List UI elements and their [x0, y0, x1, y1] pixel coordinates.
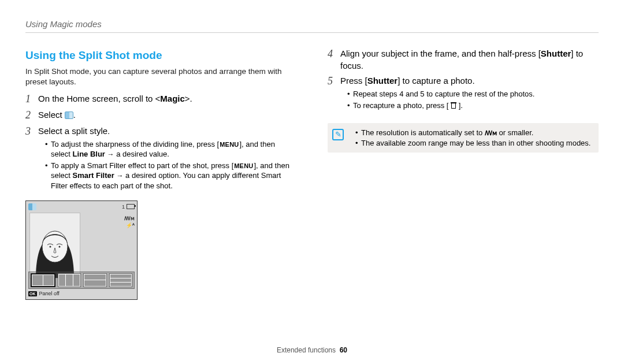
text: To apply a Smart Filter effect to part o…	[51, 161, 289, 190]
step-body: Select .	[38, 109, 296, 121]
split-style-selector	[28, 272, 135, 289]
step-number: 1	[25, 93, 38, 106]
text: On the Home screen, scroll to <	[38, 94, 160, 103]
shot-count: 1	[122, 203, 125, 210]
menu-button-label: MENU	[233, 162, 254, 170]
bullet: To recapture a photo, press [ ].	[347, 101, 599, 111]
camera-bottom-bar: OK Panel off	[28, 290, 60, 297]
svg-point-3	[59, 246, 61, 247]
tip-item: The available zoom range may be less tha…	[355, 138, 590, 148]
right-column: 4 Align your subject in the frame, and t…	[328, 48, 599, 343]
bold: Magic	[160, 94, 185, 103]
split-option-3v[interactable]	[58, 273, 81, 287]
text: To recapture a photo, press [ ].	[353, 101, 463, 110]
text: .	[73, 110, 76, 120]
page-number: 60	[340, 346, 347, 354]
two-column-layout: Using the Split Shot mode In Split Shot …	[25, 48, 599, 343]
breadcrumb: Using Magic modes	[25, 18, 599, 33]
step-body: On the Home screen, scroll to <Magic>.	[38, 93, 296, 105]
mode-badge-icon	[28, 203, 36, 210]
step-number: 5	[328, 75, 340, 88]
text: Press [Shutter] to capture a photo.	[340, 76, 475, 86]
step-1: 1 On the Home screen, scroll to <Magic>.	[25, 93, 296, 106]
tip-item: The resolution is automatically set to ꟿ…	[355, 128, 590, 138]
panel-off-label: Panel off	[39, 290, 60, 297]
step-body: Press [Shutter] to capture a photo. Repe…	[340, 75, 599, 112]
face-preview	[29, 213, 80, 278]
text: Select	[38, 110, 65, 120]
camera-top-bar: 1	[28, 203, 135, 210]
sub-bullets: Repeat steps 4 and 5 to capture the rest…	[340, 89, 599, 110]
note-icon: ✎	[332, 129, 344, 140]
step-4: 4 Align your subject in the frame, and t…	[328, 48, 599, 72]
steps-right: 4 Align your subject in the frame, and t…	[328, 48, 599, 112]
face-illustration	[30, 213, 80, 278]
camera-display: 1 ꟿᴍ ⚡ᴬ	[25, 200, 138, 300]
split-option-3h[interactable]	[109, 273, 133, 287]
arrow-icon: →	[107, 150, 114, 158]
svg-point-2	[50, 246, 51, 247]
text: Align your subject in the frame, and the…	[340, 49, 583, 70]
left-column: Using the Split Shot mode In Split Shot …	[25, 48, 296, 343]
resolution-indicator: ꟿᴍ	[124, 215, 135, 222]
bullet: To apply a Smart Filter effect to part o…	[45, 161, 296, 191]
step-number: 4	[328, 48, 340, 61]
split-shot-mode-icon	[65, 112, 73, 119]
text: Repeat steps 4 and 5 to capture the rest…	[353, 90, 534, 98]
camera-side-indicators: ꟿᴍ ⚡ᴬ	[124, 215, 135, 229]
section-intro: In Split Shot mode, you can capture seve…	[25, 66, 296, 87]
battery-icon	[127, 204, 135, 209]
sub-bullets: To adjust the sharpness of the dividing …	[38, 139, 296, 191]
text: To adjust the sharpness of the dividing …	[51, 140, 275, 159]
split-option-2h[interactable]	[83, 273, 107, 287]
step-number: 3	[25, 125, 38, 138]
bold: Smart Filter	[73, 171, 114, 180]
step-5: 5 Press [Shutter] to capture a photo. Re…	[328, 75, 599, 112]
bold: Shutter	[367, 76, 398, 86]
ok-badge: OK	[28, 291, 37, 296]
step-2: 2 Select .	[25, 109, 296, 122]
text: >.	[185, 94, 192, 103]
arrow-icon: →	[116, 172, 123, 180]
tip-box: ✎ The resolution is automatically set to…	[328, 123, 599, 153]
step-number: 2	[25, 109, 38, 122]
split-option-2v[interactable]	[31, 273, 55, 287]
step-3: 3 Select a split style. To adjust the sh…	[25, 125, 296, 192]
text: The resolution is automatically set to ꟿ…	[361, 128, 533, 137]
step-body: Select a split style. To adjust the shar…	[38, 125, 296, 192]
camera-top-right: 1	[122, 203, 135, 210]
footer: Extended functions 60	[25, 343, 599, 355]
menu-button-label: MENU	[219, 140, 239, 149]
flash-indicator: ⚡ᴬ	[124, 222, 135, 229]
trash-icon	[451, 102, 456, 109]
step-body: Align your subject in the frame, and the…	[340, 48, 599, 72]
bold: Shutter	[541, 49, 571, 58]
bullet: Repeat steps 4 and 5 to capture the rest…	[347, 89, 599, 99]
tip-list: The resolution is automatically set to ꟿ…	[348, 128, 590, 148]
bullet: To adjust the sharpness of the dividing …	[45, 139, 296, 159]
bold: Line Blur	[73, 150, 105, 158]
steps-left: 1 On the Home screen, scroll to <Magic>.…	[25, 93, 296, 192]
section-title: Using the Split Shot mode	[25, 48, 296, 63]
page: Using Magic modes Using the Split Shot m…	[0, 0, 624, 364]
resolution-icon: ꟿᴍ	[485, 129, 497, 136]
footer-section: Extended functions	[277, 346, 336, 354]
text: The available zoom range may be less tha…	[361, 139, 590, 147]
text: Select a split style.	[38, 126, 110, 136]
